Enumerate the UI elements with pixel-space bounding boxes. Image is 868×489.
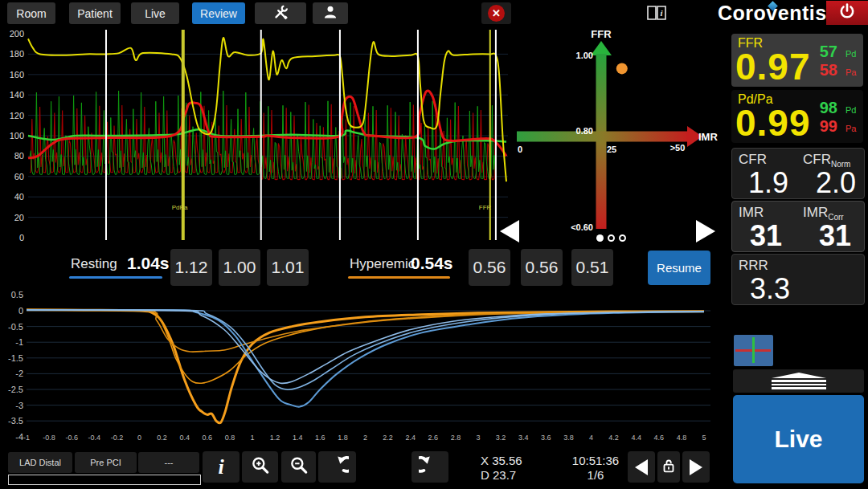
resting-label: Resting <box>71 256 117 272</box>
redo-button[interactable] <box>411 451 448 483</box>
user-profile-button[interactable] <box>313 2 348 24</box>
pdpa-pa-value: 99 <box>813 117 837 136</box>
zoom-in-button[interactable] <box>242 451 278 483</box>
crosshair-thumbnail-button[interactable] <box>734 335 773 366</box>
power-button[interactable] <box>826 1 868 25</box>
pdpa-value: 0.99 <box>735 101 811 145</box>
crosshair-prev-arrow[interactable] <box>500 220 519 242</box>
resting-time-1[interactable]: 1.12 <box>170 249 212 286</box>
svg-text:20: 20 <box>14 213 24 222</box>
svg-text:IMR: IMR <box>698 131 718 143</box>
svg-text:-0.5: -0.5 <box>8 322 23 332</box>
svg-text:40: 40 <box>14 192 24 202</box>
next-recording-button[interactable] <box>682 451 710 483</box>
rrr-value: 3.3 <box>750 272 790 306</box>
cfr-panel[interactable]: CFR CFRNorm 1.9 2.0 <box>731 148 865 199</box>
tab-live[interactable]: Live <box>131 2 179 24</box>
imr-value: 31 <box>750 219 782 253</box>
svg-text:0.8: 0.8 <box>225 434 235 442</box>
resume-button[interactable]: Resume <box>648 251 710 285</box>
ffr-pd-value: 57 <box>813 43 837 61</box>
svg-text:<0.60: <0.60 <box>571 222 593 232</box>
svg-text:2.2: 2.2 <box>383 434 393 442</box>
imr-panel[interactable]: IMR IMRCorr 31 31 <box>731 201 865 252</box>
pa-label: Pa <box>845 67 856 77</box>
svg-text:0.5: 0.5 <box>11 290 23 300</box>
svg-text:160: 160 <box>10 70 24 79</box>
resting-time-3[interactable]: 1.01 <box>267 249 309 286</box>
manual-info-icon[interactable]: i <box>645 4 668 25</box>
redo-arrow-icon <box>419 454 441 480</box>
svg-text:2.4: 2.4 <box>405 434 416 442</box>
unlock-icon <box>660 456 678 479</box>
svg-text:2.8: 2.8 <box>451 434 461 442</box>
pager-dot-3[interactable] <box>619 234 626 242</box>
svg-text:25: 25 <box>607 145 616 154</box>
svg-text:1.8: 1.8 <box>338 434 348 442</box>
tab-review[interactable]: Review <box>192 2 245 24</box>
expand-drawer-button[interactable] <box>733 369 864 393</box>
svg-text:-4: -4 <box>15 432 23 442</box>
resting-underline <box>69 276 162 279</box>
undo-button[interactable] <box>318 451 356 483</box>
svg-text:200: 200 <box>10 29 24 39</box>
svg-text:3.8: 3.8 <box>563 434 574 442</box>
close-button[interactable]: ✕ <box>481 2 511 24</box>
svg-text:4.6: 4.6 <box>654 434 665 442</box>
svg-text:i: i <box>660 8 663 18</box>
pdpa-panel[interactable]: Pd/Pa 0.99 98Pd 99Pa <box>731 90 863 143</box>
svg-text:1.2: 1.2 <box>270 434 280 442</box>
svg-text:80: 80 <box>14 151 24 161</box>
prev-recording-button[interactable] <box>628 451 655 483</box>
undo-arrow-icon <box>326 454 349 480</box>
pressure-waveform-chart[interactable]: 200180160140120100806040200PdPaFFR <box>0 26 521 245</box>
hyperemic-time-3[interactable]: 0.51 <box>571 249 613 286</box>
resting-selected-value: 1.04s <box>127 254 170 273</box>
svg-text:-0.2: -0.2 <box>111 434 124 442</box>
record-time: 10:51:36 <box>571 454 620 468</box>
thermodilution-chart[interactable]: 0.50-0.5-1-1.5-2-2.5-3-3.5-4-1-0.8-0.6-0… <box>0 287 723 448</box>
tab-patient[interactable]: Patient <box>69 2 121 24</box>
svg-text:>50: >50 <box>670 143 686 153</box>
lock-button[interactable] <box>657 451 680 483</box>
record-page: 1/6 <box>571 468 620 483</box>
pager-dot-2[interactable] <box>608 234 615 242</box>
recording-readout: 10:51:36 1/6 <box>571 454 620 483</box>
svg-text:-1: -1 <box>15 337 23 347</box>
svg-text:0: 0 <box>18 306 23 316</box>
svg-text:0: 0 <box>19 233 24 242</box>
svg-text:-0.8: -0.8 <box>43 434 55 442</box>
wrench-screwdriver-icon <box>272 3 289 24</box>
ffr-panel[interactable]: FFR 0.97 57Pd 58Pa <box>731 34 863 87</box>
pd-label: Pd <box>845 49 856 59</box>
hyperemic-selected-value: 0.54s <box>411 254 453 273</box>
pdpa-pd-value: 98 <box>813 99 837 117</box>
ffr-pa-value: 58 <box>813 61 837 79</box>
settings-tools-button[interactable] <box>255 2 306 24</box>
vessel-button[interactable]: LAD Distal <box>8 452 72 473</box>
cfr-norm-value: 2.0 <box>816 166 856 200</box>
svg-text:3: 3 <box>476 434 480 442</box>
slot3-button[interactable]: --- <box>138 452 199 473</box>
tab-room[interactable]: Room <box>7 2 55 24</box>
zoom-out-button[interactable] <box>281 451 316 483</box>
coroventis-app: Room Patient Live Review ✕ i Coroven <box>0 0 868 489</box>
annotation-field[interactable] <box>8 475 201 485</box>
hyperemic-time-1[interactable]: 0.56 <box>469 249 510 286</box>
ffr-imr-crosshair-plot: FFRIMR1.000.80<0.60025>50 <box>510 26 727 249</box>
hyperemic-time-2[interactable]: 0.56 <box>521 249 563 286</box>
resting-time-2[interactable]: 1.00 <box>219 249 260 286</box>
live-button[interactable]: Live <box>733 395 864 483</box>
info-button[interactable]: i <box>203 451 240 483</box>
svg-text:-0.6: -0.6 <box>65 434 78 442</box>
stage-button[interactable]: Pre PCI <box>75 452 137 473</box>
pager-dot-1[interactable] <box>596 234 604 242</box>
svg-text:1.4: 1.4 <box>293 434 303 442</box>
crosshair-next-arrow[interactable] <box>696 220 715 242</box>
rrr-panel[interactable]: RRR 3.3 <box>731 254 865 305</box>
svg-text:0.2: 0.2 <box>157 434 167 442</box>
svg-text:4.4: 4.4 <box>631 434 641 442</box>
svg-text:1.6: 1.6 <box>315 434 326 442</box>
svg-text:140: 140 <box>10 90 24 100</box>
info-icon: i <box>218 455 223 479</box>
